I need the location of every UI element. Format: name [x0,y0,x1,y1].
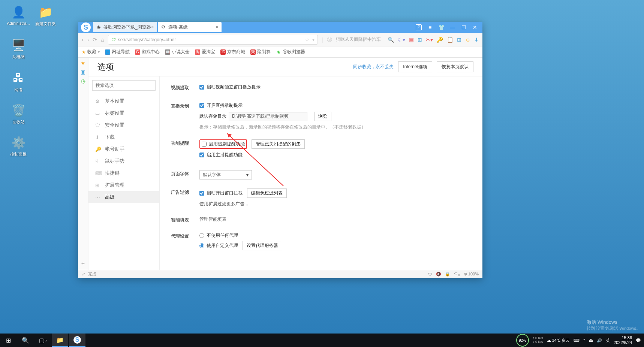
desktop-icon-recycle[interactable]: 🗑️回收站 [5,103,31,125]
restore-defaults-button[interactable]: 恢复本页默认 [437,61,473,72]
manage-closed-reminders-button[interactable]: 管理已关闭提醒的剧集 [252,139,305,149]
ime-indicator[interactable]: 英 [606,338,610,343]
sogou-taskbar-icon[interactable]: S [69,334,85,347]
grid-icon[interactable]: ⊞ [457,37,461,43]
search-input[interactable] [92,80,156,91]
home-icon[interactable]: ⌂ [101,37,104,43]
clock[interactable]: 15:36 2022/8/24 [614,335,632,345]
tab-close-icon[interactable]: × [151,24,154,30]
maximize-icon[interactable]: ☐ [461,24,467,30]
translate-icon[interactable]: ⊞ [418,37,422,43]
tray-keyboard-icon[interactable]: ⌨ [574,338,580,343]
nav-advanced[interactable]: ⋯高级 [88,191,159,203]
bookmark-chrome[interactable]: ◉谷歌浏览器 [276,49,305,55]
smile-icon[interactable]: ☺ [465,37,470,43]
speed-icon[interactable]: ⏱0 [454,271,460,277]
forward-icon[interactable]: › [87,37,89,43]
nav-security[interactable]: 🛡安全设置 [88,119,159,131]
cb-popup-block[interactable] [199,191,204,196]
record-path-input[interactable] [229,112,307,121]
minimize-icon[interactable]: — [449,24,455,30]
weather-indicator[interactable]: ☁ 34℃ 多云 [547,338,570,343]
download-icon[interactable]: ⬇ [474,37,479,43]
title-bar[interactable]: S ◉ 谷歌浏览器下载_浏览器 × ⚙ 选项-高级 × 2 ≡ 👕 — ☐ ✕ [78,22,482,33]
moon-icon[interactable]: ☾▾ [398,37,405,43]
font-select[interactable]: 默认字体▾ [199,170,252,179]
note-icon[interactable]: 📋 [447,37,453,43]
chevron-down-icon[interactable]: ▾ [312,37,315,42]
more-ad-filter-link[interactable]: 使用扩展过滤更多广告... [199,201,248,206]
internet-options-button[interactable]: Internet选项 [398,61,432,72]
tray-network-icon[interactable]: 🖧 [589,338,593,343]
browse-button[interactable]: 浏览 [314,112,331,121]
close-window-icon[interactable]: ✕ [472,24,478,30]
desktop-icon-pc[interactable]: 🖥️此电脑 [5,37,31,60]
window-count-badge[interactable]: 2 [416,24,422,30]
bookmark-game[interactable]: G游戏中心 [135,49,160,55]
bookmark-juhuasuan[interactable]: 聚聚划算 [250,49,271,55]
sync-link[interactable]: 同步收藏，永不丢失 [353,64,394,70]
shield-status-icon[interactable]: 🛡 [428,272,432,277]
search-button[interactable]: 🔍 [17,334,34,347]
radio-no-proxy[interactable] [199,233,204,238]
section-ad-filter-label: 广告过滤 [171,188,199,207]
nav-basic[interactable]: ⚙基本设置 [88,95,159,107]
taskbar: ⊞ 🔍 ▢▫ 📁 S 92% ↑ 0 K/s ↓ 0 K/s ☁ 34℃ 多云 … [0,334,644,347]
cb-live-record[interactable] [199,103,204,108]
zoom-indicator[interactable]: ⊕ 100% [464,272,479,277]
menu-icon[interactable]: ≡ [427,24,433,30]
nav-gesture[interactable]: ☟鼠标手势 [88,155,159,167]
key-icon[interactable]: 🔑 [437,37,443,43]
favorites-button[interactable]: ★收藏▾ [82,49,100,55]
cb-video-popup[interactable] [199,85,204,90]
tray-chevron-icon[interactable]: ^ [583,338,585,343]
clock-tab-icon[interactable]: ◷ [81,78,85,84]
proxy-server-button[interactable]: 设置代理服务器 [243,241,282,250]
desktop-icon-network[interactable]: 🖧网络 [5,70,31,93]
back-icon[interactable]: ‹ [82,37,84,43]
star-tab-icon[interactable]: ★ [81,60,85,66]
address-bar[interactable]: 🛡 se://settings/?category=other ☆ ▾ [108,35,318,45]
video-icon[interactable]: ▣ [409,37,414,43]
manage-smart-fill-link[interactable]: 管理智能填表 [199,217,226,222]
star-icon[interactable]: ☆ [305,37,309,42]
nav-account[interactable]: 🔑帐号助手 [88,143,159,155]
tray-volume-icon[interactable]: 🔊 [597,338,602,343]
bookmark-taobao[interactable]: 淘爱淘宝 [195,49,215,55]
network-speed[interactable]: ↑ 0 K/s ↓ 0 K/s [533,337,543,344]
task-view-button[interactable]: ▢▫ [34,334,51,347]
notification-icon[interactable]: 💬 [636,338,641,343]
nav-download[interactable]: ⬇下载 [88,131,159,143]
monitor-tab-icon[interactable]: ▣ [81,69,85,75]
edit-filter-list-button[interactable]: 编辑免过滤列表 [247,188,287,198]
add-tab-icon[interactable]: + [81,260,85,267]
bookmark-novel[interactable]: 📖小说大全 [165,49,190,55]
reload-icon[interactable]: ⟳ [93,37,97,43]
search-hint[interactable]: 猫咪从天而降砸中汽车 [336,36,381,43]
battery-indicator[interactable]: 92% [516,334,529,347]
bookmark-jd[interactable]: JD京东商城 [220,49,245,55]
search-icon[interactable]: 🔍 [388,37,394,43]
tab-settings-advanced[interactable]: ⚙ 选项-高级 × [158,22,222,32]
desktop-icon-admin[interactable]: 👤Administra... [5,4,31,25]
expand-icon[interactable]: ⤢ [82,272,85,277]
cb-anchor-reminder[interactable] [199,153,204,157]
nav-hotkey[interactable]: ⌨快捷键 [88,167,159,179]
start-button[interactable]: ⊞ [0,334,16,347]
mute-icon[interactable]: 🔇 [436,272,441,277]
explorer-taskbar-icon[interactable]: 📁 [52,334,68,347]
nav-extensions[interactable]: ⊞扩展管理 [88,179,159,191]
radio-custom-proxy[interactable] [199,243,204,248]
lock-icon[interactable]: 🔒 [445,272,450,277]
scissors-icon[interactable]: ✂▾ [426,37,433,43]
desktop-icon-control-panel[interactable]: ⚙️控制面板 [5,135,31,157]
skin-icon[interactable]: 👕 [438,24,444,30]
tab-close-icon[interactable]: × [216,24,219,30]
desktop-icon-folder[interactable]: 📁新建文件夹 [32,4,58,27]
sogou-search-icon[interactable]: Ⓢ [327,36,332,43]
cb-drama-reminder[interactable] [202,142,207,147]
shield-icon: 🛡 [111,37,116,42]
bookmark-nav[interactable]: 🌐网址导航 [105,49,130,55]
nav-tabs[interactable]: ▭标签设置 [88,107,159,119]
tab-chrome-download[interactable]: ◉ 谷歌浏览器下载_浏览器 × [93,22,157,32]
